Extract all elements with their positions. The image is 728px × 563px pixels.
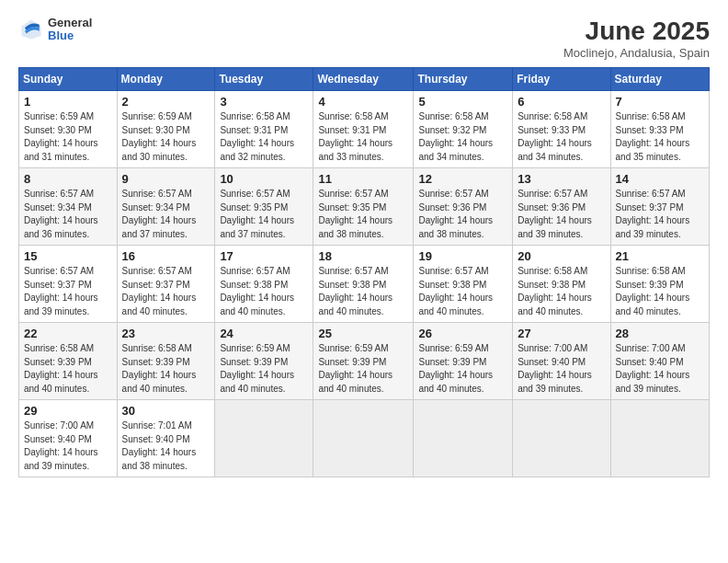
calendar-cell: 24Sunrise: 6:59 AM Sunset: 9:39 PM Dayli… <box>215 323 313 400</box>
col-header-tuesday: Tuesday <box>215 68 313 91</box>
calendar-cell <box>513 400 610 477</box>
day-info: Sunrise: 6:59 AM Sunset: 9:39 PM Dayligh… <box>418 342 507 396</box>
day-number: 6 <box>518 95 605 109</box>
day-info: Sunrise: 6:58 AM Sunset: 9:33 PM Dayligh… <box>518 110 605 164</box>
day-info: Sunrise: 6:57 AM Sunset: 9:37 PM Dayligh… <box>24 265 112 318</box>
day-info: Sunrise: 6:57 AM Sunset: 9:35 PM Dayligh… <box>220 188 308 241</box>
calendar-cell: 30Sunrise: 7:01 AM Sunset: 9:40 PM Dayli… <box>117 400 215 477</box>
day-number: 21 <box>616 249 704 263</box>
day-number: 27 <box>518 327 605 340</box>
day-number: 28 <box>616 327 704 340</box>
day-info: Sunrise: 6:59 AM Sunset: 9:39 PM Dayligh… <box>220 342 308 396</box>
day-info: Sunrise: 6:57 AM Sunset: 9:38 PM Dayligh… <box>418 265 507 318</box>
week-row-3: 15Sunrise: 6:57 AM Sunset: 9:37 PM Dayli… <box>19 246 710 323</box>
day-number: 1 <box>24 95 112 109</box>
day-number: 4 <box>318 95 408 109</box>
calendar-cell: 25Sunrise: 6:59 AM Sunset: 9:39 PM Dayli… <box>313 323 414 400</box>
logo-text: General Blue <box>48 17 92 43</box>
col-header-wednesday: Wednesday <box>313 68 414 91</box>
calendar-cell: 8Sunrise: 6:57 AM Sunset: 9:34 PM Daylig… <box>19 168 118 246</box>
day-number: 29 <box>24 404 112 418</box>
day-number: 24 <box>220 327 308 340</box>
day-info: Sunrise: 6:58 AM Sunset: 9:39 PM Dayligh… <box>122 342 210 396</box>
week-row-5: 29Sunrise: 7:00 AM Sunset: 9:40 PM Dayli… <box>19 400 710 477</box>
day-info: Sunrise: 6:57 AM Sunset: 9:36 PM Dayligh… <box>518 188 605 241</box>
calendar-cell: 16Sunrise: 6:57 AM Sunset: 9:37 PM Dayli… <box>117 246 215 323</box>
day-info: Sunrise: 6:57 AM Sunset: 9:34 PM Dayligh… <box>24 188 112 241</box>
day-number: 3 <box>220 95 308 109</box>
calendar-cell: 28Sunrise: 7:00 AM Sunset: 9:40 PM Dayli… <box>610 323 709 400</box>
calendar-cell: 20Sunrise: 6:58 AM Sunset: 9:38 PM Dayli… <box>513 246 610 323</box>
day-number: 9 <box>122 172 210 186</box>
calendar-cell: 23Sunrise: 6:58 AM Sunset: 9:39 PM Dayli… <box>117 323 215 400</box>
calendar-cell: 3Sunrise: 6:58 AM Sunset: 9:31 PM Daylig… <box>215 91 313 168</box>
day-info: Sunrise: 7:01 AM Sunset: 9:40 PM Dayligh… <box>122 419 210 473</box>
day-number: 8 <box>24 172 112 186</box>
calendar-cell <box>414 400 513 477</box>
calendar-cell: 29Sunrise: 7:00 AM Sunset: 9:40 PM Dayli… <box>19 400 118 477</box>
day-info: Sunrise: 6:58 AM Sunset: 9:38 PM Dayligh… <box>518 265 605 318</box>
calendar-cell: 4Sunrise: 6:58 AM Sunset: 9:31 PM Daylig… <box>313 91 414 168</box>
calendar-cell: 6Sunrise: 6:58 AM Sunset: 9:33 PM Daylig… <box>513 91 610 168</box>
day-number: 20 <box>518 249 605 263</box>
day-info: Sunrise: 6:57 AM Sunset: 9:36 PM Dayligh… <box>418 188 507 241</box>
calendar-title: June 2025 <box>563 17 710 46</box>
calendar-cell: 2Sunrise: 6:59 AM Sunset: 9:30 PM Daylig… <box>117 91 215 168</box>
calendar-cell: 7Sunrise: 6:58 AM Sunset: 9:33 PM Daylig… <box>610 91 709 168</box>
logo-general-text: General <box>48 17 92 29</box>
day-number: 19 <box>418 249 507 263</box>
calendar-subtitle: Moclinejo, Andalusia, Spain <box>563 46 710 60</box>
day-info: Sunrise: 6:57 AM Sunset: 9:37 PM Dayligh… <box>616 188 704 241</box>
calendar-cell: 15Sunrise: 6:57 AM Sunset: 9:37 PM Dayli… <box>19 246 118 323</box>
logo-blue-text: Blue <box>48 29 92 42</box>
header: General Blue June 2025 Moclinejo, Andalu… <box>18 17 710 60</box>
col-header-thursday: Thursday <box>414 68 513 91</box>
week-row-2: 8Sunrise: 6:57 AM Sunset: 9:34 PM Daylig… <box>19 168 710 246</box>
day-number: 23 <box>122 327 210 340</box>
calendar-cell: 9Sunrise: 6:57 AM Sunset: 9:34 PM Daylig… <box>117 168 215 246</box>
day-info: Sunrise: 6:57 AM Sunset: 9:37 PM Dayligh… <box>122 265 210 318</box>
calendar-cell: 13Sunrise: 6:57 AM Sunset: 9:36 PM Dayli… <box>513 168 610 246</box>
day-number: 25 <box>318 327 408 340</box>
day-number: 13 <box>518 172 605 186</box>
header-row: SundayMondayTuesdayWednesdayThursdayFrid… <box>19 68 710 91</box>
day-number: 11 <box>318 172 408 186</box>
day-number: 10 <box>220 172 308 186</box>
day-info: Sunrise: 6:59 AM Sunset: 9:30 PM Dayligh… <box>122 110 210 164</box>
title-block: June 2025 Moclinejo, Andalusia, Spain <box>563 17 710 60</box>
page: General Blue June 2025 Moclinejo, Andalu… <box>0 0 728 563</box>
day-info: Sunrise: 6:57 AM Sunset: 9:38 PM Dayligh… <box>220 265 308 318</box>
calendar-cell: 1Sunrise: 6:59 AM Sunset: 9:30 PM Daylig… <box>19 91 118 168</box>
day-info: Sunrise: 7:00 AM Sunset: 9:40 PM Dayligh… <box>24 419 112 473</box>
day-number: 17 <box>220 249 308 263</box>
calendar-cell: 18Sunrise: 6:57 AM Sunset: 9:38 PM Dayli… <box>313 246 414 323</box>
logo-icon <box>18 17 44 42</box>
week-row-4: 22Sunrise: 6:58 AM Sunset: 9:39 PM Dayli… <box>19 323 710 400</box>
calendar-cell: 12Sunrise: 6:57 AM Sunset: 9:36 PM Dayli… <box>414 168 513 246</box>
day-info: Sunrise: 6:57 AM Sunset: 9:38 PM Dayligh… <box>318 265 408 318</box>
calendar-cell: 22Sunrise: 6:58 AM Sunset: 9:39 PM Dayli… <box>19 323 118 400</box>
day-info: Sunrise: 6:58 AM Sunset: 9:32 PM Dayligh… <box>418 110 507 164</box>
col-header-monday: Monday <box>117 68 215 91</box>
logo: General Blue <box>18 17 92 43</box>
col-header-saturday: Saturday <box>610 68 709 91</box>
day-info: Sunrise: 6:57 AM Sunset: 9:35 PM Dayligh… <box>318 188 408 241</box>
day-number: 2 <box>122 95 210 109</box>
day-info: Sunrise: 6:59 AM Sunset: 9:39 PM Dayligh… <box>318 342 408 396</box>
calendar-cell <box>313 400 414 477</box>
day-number: 5 <box>418 95 507 109</box>
calendar-cell: 17Sunrise: 6:57 AM Sunset: 9:38 PM Dayli… <box>215 246 313 323</box>
day-number: 16 <box>122 249 210 263</box>
calendar-cell: 14Sunrise: 6:57 AM Sunset: 9:37 PM Dayli… <box>610 168 709 246</box>
col-header-friday: Friday <box>513 68 610 91</box>
calendar-cell <box>215 400 313 477</box>
calendar-cell <box>610 400 709 477</box>
day-info: Sunrise: 6:58 AM Sunset: 9:39 PM Dayligh… <box>616 265 704 318</box>
calendar-cell: 5Sunrise: 6:58 AM Sunset: 9:32 PM Daylig… <box>414 91 513 168</box>
calendar-cell: 21Sunrise: 6:58 AM Sunset: 9:39 PM Dayli… <box>610 246 709 323</box>
day-info: Sunrise: 6:58 AM Sunset: 9:39 PM Dayligh… <box>24 342 112 396</box>
week-row-1: 1Sunrise: 6:59 AM Sunset: 9:30 PM Daylig… <box>19 91 710 168</box>
day-number: 15 <box>24 249 112 263</box>
day-number: 7 <box>616 95 704 109</box>
calendar-cell: 11Sunrise: 6:57 AM Sunset: 9:35 PM Dayli… <box>313 168 414 246</box>
